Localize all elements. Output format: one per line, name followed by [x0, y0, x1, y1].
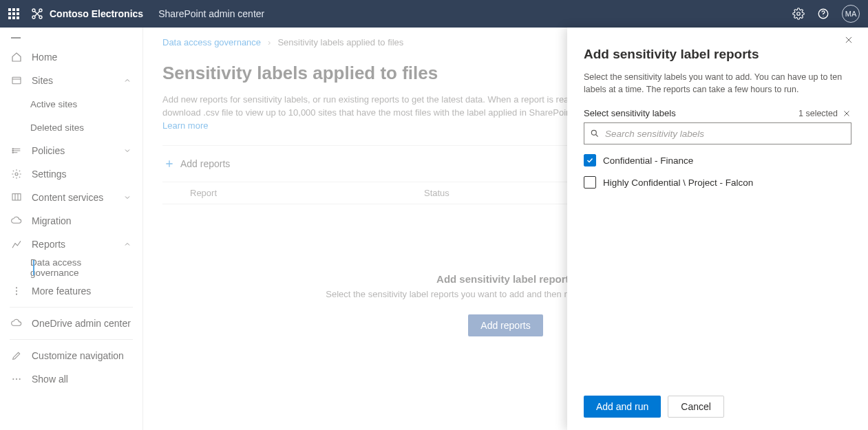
- chevron-down-icon: [123, 147, 131, 155]
- nav-customize[interactable]: Customize navigation: [0, 344, 142, 367]
- ellipsis-icon: [11, 374, 22, 385]
- search-icon: [590, 129, 600, 138]
- nav-label: Content services: [32, 192, 103, 203]
- cloud-icon: [11, 318, 22, 329]
- globe-icon: [11, 75, 22, 86]
- nav-data-access-governance[interactable]: Data access governance: [19, 256, 142, 279]
- reports-icon: [11, 239, 22, 250]
- global-header: Contoso Electronics SharePoint admin cen…: [0, 0, 868, 28]
- panel-description: Select the sensitivity labels you want t…: [584, 72, 851, 96]
- nav-collapse-toggle[interactable]: [0, 33, 142, 45]
- svg-rect-12: [12, 194, 21, 200]
- chevron-up-icon: [123, 240, 131, 248]
- svg-point-8: [12, 149, 13, 149]
- admin-center-title: SharePoint admin center: [158, 8, 264, 19]
- nav-label: OneDrive admin center: [32, 318, 131, 329]
- label-option-text: Confidential - Finance: [603, 155, 693, 166]
- label-option-highly-confidential-falcon[interactable]: Highly Confidential \ Project - Falcon: [584, 176, 851, 189]
- svg-point-9: [12, 150, 13, 151]
- svg-point-3: [39, 16, 42, 19]
- label-option-confidential-finance[interactable]: Confidential - Finance: [584, 154, 851, 166]
- nav-label: More features: [32, 286, 91, 297]
- svg-point-4: [797, 12, 801, 16]
- account-avatar[interactable]: MA: [842, 5, 860, 23]
- nav-show-all[interactable]: Show all: [0, 367, 142, 391]
- nav-settings[interactable]: Settings: [0, 162, 142, 186]
- svg-point-6: [823, 16, 823, 17]
- svg-point-19: [591, 130, 596, 135]
- policies-icon: [11, 145, 22, 156]
- nav-label: Settings: [32, 169, 67, 180]
- select-labels-label: Select sensitivity labels: [584, 108, 676, 118]
- breadcrumb-current: Sensitivity labels applied to files: [277, 37, 403, 47]
- column-header-report[interactable]: Report: [190, 188, 424, 198]
- app-launcher-icon[interactable]: [8, 8, 19, 19]
- more-icon: [11, 286, 22, 297]
- svg-point-16: [12, 378, 14, 380]
- close-icon: [843, 109, 851, 118]
- nav-reports[interactable]: Reports: [0, 233, 142, 256]
- nav-label: Customize navigation: [32, 350, 124, 361]
- migration-icon: [11, 215, 22, 226]
- panel-title: Add sensitivity label reports: [584, 47, 851, 62]
- nav-label: Deleted sites: [30, 122, 84, 133]
- plus-icon: [164, 158, 175, 169]
- nav-sites[interactable]: Sites: [0, 69, 142, 92]
- nav-more-features[interactable]: More features: [0, 279, 142, 303]
- nav-label: Sites: [32, 75, 53, 86]
- svg-point-1: [39, 9, 42, 12]
- nav-migration[interactable]: Migration: [0, 209, 142, 233]
- settings-icon[interactable]: [792, 8, 805, 20]
- chevron-right-icon: ›: [268, 37, 271, 47]
- cancel-button[interactable]: Cancel: [668, 396, 724, 418]
- nav-deleted-sites[interactable]: Deleted sites: [19, 116, 142, 139]
- nav-onedrive-admin[interactable]: OneDrive admin center: [0, 312, 142, 335]
- svg-point-2: [32, 16, 35, 19]
- edit-icon: [11, 350, 22, 361]
- svg-point-11: [15, 173, 18, 175]
- svg-rect-7: [12, 77, 21, 83]
- nav-home[interactable]: Home: [0, 45, 142, 69]
- nav-separator: [10, 307, 133, 308]
- clear-selection-button[interactable]: [842, 109, 851, 118]
- search-labels-field[interactable]: [584, 122, 851, 144]
- nav-active-sites[interactable]: Active sites: [19, 92, 142, 116]
- svg-point-18: [19, 378, 21, 380]
- svg-point-13: [16, 287, 17, 288]
- add-reports-button[interactable]: Add reports: [468, 314, 542, 336]
- label-option-text: Highly Confidential \ Project - Falcon: [603, 178, 753, 188]
- nav-label: Home: [32, 52, 57, 63]
- nav-policies[interactable]: Policies: [0, 139, 142, 162]
- panel-close-button[interactable]: [842, 33, 856, 47]
- board-icon: [11, 192, 22, 203]
- org-logo-icon: [30, 7, 44, 21]
- side-panel: Add sensitivity label reports Select the…: [567, 28, 868, 430]
- org-name: Contoso Electronics: [50, 8, 143, 19]
- learn-more-link[interactable]: Learn more: [162, 120, 208, 131]
- nav-label: Reports: [32, 239, 65, 250]
- add-reports-toolbar-button[interactable]: Add reports: [162, 155, 231, 172]
- chevron-up-icon: [123, 76, 131, 85]
- add-and-run-button[interactable]: Add and run: [584, 396, 661, 418]
- help-icon[interactable]: [817, 8, 829, 20]
- avatar-initials: MA: [845, 10, 857, 18]
- breadcrumb-root[interactable]: Data access governance: [162, 37, 261, 47]
- nav-label: Show all: [32, 374, 68, 385]
- gear-icon: [11, 169, 22, 180]
- checkbox-checked-icon: [584, 154, 596, 166]
- home-icon: [11, 52, 22, 63]
- chevron-down-icon: [123, 193, 131, 202]
- svg-point-15: [16, 294, 17, 295]
- org-logo[interactable]: Contoso Electronics: [30, 7, 143, 21]
- search-labels-input[interactable]: [605, 129, 845, 139]
- page-description: Add new reports for sensitivity labels, …: [162, 94, 589, 133]
- checkbox-unchecked-icon: [584, 176, 596, 189]
- nav-label: Migration: [32, 215, 72, 226]
- close-icon: [844, 35, 854, 45]
- svg-point-0: [32, 9, 35, 12]
- column-header-status[interactable]: Status: [424, 188, 562, 198]
- selected-count: 1 selected: [798, 109, 838, 118]
- nav-separator: [10, 339, 133, 340]
- svg-point-17: [16, 378, 17, 380]
- nav-content-services[interactable]: Content services: [0, 186, 142, 209]
